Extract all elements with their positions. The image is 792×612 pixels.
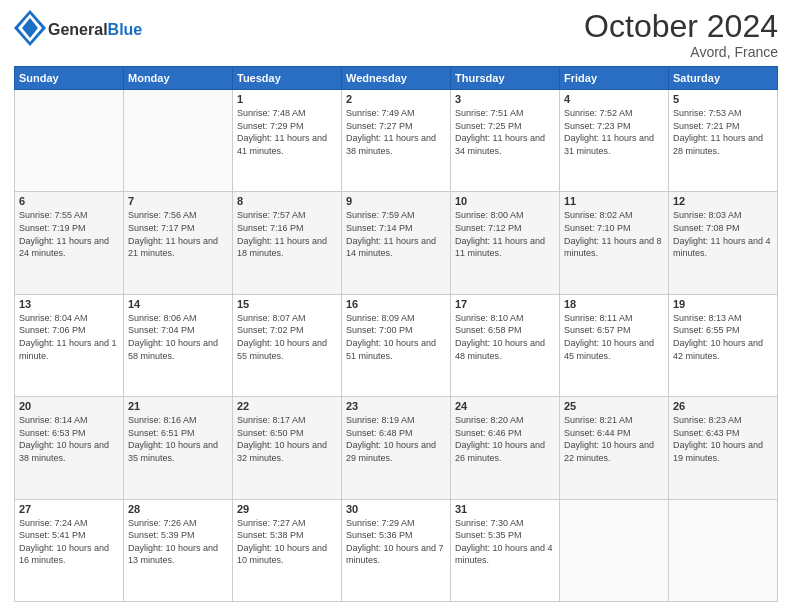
sunset-text: Sunset: 7:04 PM (128, 324, 228, 337)
calendar-day-cell: 17Sunrise: 8:10 AMSunset: 6:58 PMDayligh… (451, 294, 560, 396)
calendar-day-cell: 31Sunrise: 7:30 AMSunset: 5:35 PMDayligh… (451, 499, 560, 601)
calendar-day-cell: 2Sunrise: 7:49 AMSunset: 7:27 PMDaylight… (342, 90, 451, 192)
location-subtitle: Avord, France (584, 44, 778, 60)
sunset-text: Sunset: 5:38 PM (237, 529, 337, 542)
calendar-day-cell: 7Sunrise: 7:56 AMSunset: 7:17 PMDaylight… (124, 192, 233, 294)
calendar-day-cell: 23Sunrise: 8:19 AMSunset: 6:48 PMDayligh… (342, 397, 451, 499)
sunrise-text: Sunrise: 7:27 AM (237, 517, 337, 530)
calendar-day-cell (124, 90, 233, 192)
sunrise-text: Sunrise: 8:19 AM (346, 414, 446, 427)
daylight-text: Daylight: 10 hours and 45 minutes. (564, 337, 664, 362)
day-info: Sunrise: 7:26 AMSunset: 5:39 PMDaylight:… (128, 517, 228, 567)
daylight-text: Daylight: 10 hours and 26 minutes. (455, 439, 555, 464)
day-number: 4 (564, 93, 664, 105)
day-info: Sunrise: 8:10 AMSunset: 6:58 PMDaylight:… (455, 312, 555, 362)
day-number: 25 (564, 400, 664, 412)
day-info: Sunrise: 8:09 AMSunset: 7:00 PMDaylight:… (346, 312, 446, 362)
calendar-day-cell: 20Sunrise: 8:14 AMSunset: 6:53 PMDayligh… (15, 397, 124, 499)
daylight-text: Daylight: 10 hours and 35 minutes. (128, 439, 228, 464)
calendar-day-cell: 12Sunrise: 8:03 AMSunset: 7:08 PMDayligh… (669, 192, 778, 294)
day-number: 6 (19, 195, 119, 207)
calendar-day-cell: 3Sunrise: 7:51 AMSunset: 7:25 PMDaylight… (451, 90, 560, 192)
calendar-day-cell: 26Sunrise: 8:23 AMSunset: 6:43 PMDayligh… (669, 397, 778, 499)
sunrise-text: Sunrise: 8:16 AM (128, 414, 228, 427)
calendar-day-cell: 6Sunrise: 7:55 AMSunset: 7:19 PMDaylight… (15, 192, 124, 294)
day-info: Sunrise: 8:23 AMSunset: 6:43 PMDaylight:… (673, 414, 773, 464)
day-number: 30 (346, 503, 446, 515)
day-number: 31 (455, 503, 555, 515)
logo: GeneralBlue (14, 10, 142, 50)
sunset-text: Sunset: 7:14 PM (346, 222, 446, 235)
day-number: 24 (455, 400, 555, 412)
day-number: 28 (128, 503, 228, 515)
calendar-day-cell (669, 499, 778, 601)
sunset-text: Sunset: 7:02 PM (237, 324, 337, 337)
sunset-text: Sunset: 7:17 PM (128, 222, 228, 235)
sunset-text: Sunset: 7:08 PM (673, 222, 773, 235)
col-tuesday: Tuesday (233, 67, 342, 90)
sunrise-text: Sunrise: 8:06 AM (128, 312, 228, 325)
daylight-text: Daylight: 11 hours and 1 minute. (19, 337, 119, 362)
calendar-header-row: Sunday Monday Tuesday Wednesday Thursday… (15, 67, 778, 90)
page: GeneralBlue October 2024 Avord, France S… (0, 0, 792, 612)
sunrise-text: Sunrise: 8:23 AM (673, 414, 773, 427)
day-number: 27 (19, 503, 119, 515)
daylight-text: Daylight: 11 hours and 24 minutes. (19, 235, 119, 260)
daylight-text: Daylight: 10 hours and 29 minutes. (346, 439, 446, 464)
calendar-day-cell: 13Sunrise: 8:04 AMSunset: 7:06 PMDayligh… (15, 294, 124, 396)
calendar-week-row: 20Sunrise: 8:14 AMSunset: 6:53 PMDayligh… (15, 397, 778, 499)
calendar-day-cell: 22Sunrise: 8:17 AMSunset: 6:50 PMDayligh… (233, 397, 342, 499)
sunset-text: Sunset: 6:58 PM (455, 324, 555, 337)
daylight-text: Daylight: 11 hours and 8 minutes. (564, 235, 664, 260)
sunrise-text: Sunrise: 7:24 AM (19, 517, 119, 530)
title-area: October 2024 Avord, France (584, 10, 778, 60)
sunrise-text: Sunrise: 7:30 AM (455, 517, 555, 530)
day-info: Sunrise: 8:07 AMSunset: 7:02 PMDaylight:… (237, 312, 337, 362)
daylight-text: Daylight: 10 hours and 7 minutes. (346, 542, 446, 567)
sunrise-text: Sunrise: 8:14 AM (19, 414, 119, 427)
sunrise-text: Sunrise: 7:49 AM (346, 107, 446, 120)
day-info: Sunrise: 7:30 AMSunset: 5:35 PMDaylight:… (455, 517, 555, 567)
calendar-day-cell (560, 499, 669, 601)
sunrise-text: Sunrise: 8:02 AM (564, 209, 664, 222)
col-saturday: Saturday (669, 67, 778, 90)
calendar-day-cell: 18Sunrise: 8:11 AMSunset: 6:57 PMDayligh… (560, 294, 669, 396)
sunset-text: Sunset: 6:48 PM (346, 427, 446, 440)
day-info: Sunrise: 8:17 AMSunset: 6:50 PMDaylight:… (237, 414, 337, 464)
header: GeneralBlue October 2024 Avord, France (14, 10, 778, 60)
sunset-text: Sunset: 7:10 PM (564, 222, 664, 235)
logo-blue: Blue (108, 21, 143, 38)
daylight-text: Daylight: 11 hours and 34 minutes. (455, 132, 555, 157)
daylight-text: Daylight: 10 hours and 4 minutes. (455, 542, 555, 567)
sunrise-text: Sunrise: 8:11 AM (564, 312, 664, 325)
day-number: 23 (346, 400, 446, 412)
sunset-text: Sunset: 5:39 PM (128, 529, 228, 542)
calendar-day-cell: 16Sunrise: 8:09 AMSunset: 7:00 PMDayligh… (342, 294, 451, 396)
month-title: October 2024 (584, 10, 778, 42)
calendar-day-cell: 4Sunrise: 7:52 AMSunset: 7:23 PMDaylight… (560, 90, 669, 192)
sunset-text: Sunset: 7:06 PM (19, 324, 119, 337)
daylight-text: Daylight: 10 hours and 13 minutes. (128, 542, 228, 567)
day-number: 8 (237, 195, 337, 207)
daylight-text: Daylight: 11 hours and 21 minutes. (128, 235, 228, 260)
day-number: 13 (19, 298, 119, 310)
sunset-text: Sunset: 7:27 PM (346, 120, 446, 133)
day-number: 14 (128, 298, 228, 310)
calendar-day-cell: 24Sunrise: 8:20 AMSunset: 6:46 PMDayligh… (451, 397, 560, 499)
sunset-text: Sunset: 6:55 PM (673, 324, 773, 337)
calendar-day-cell: 10Sunrise: 8:00 AMSunset: 7:12 PMDayligh… (451, 192, 560, 294)
sunrise-text: Sunrise: 7:55 AM (19, 209, 119, 222)
daylight-text: Daylight: 11 hours and 11 minutes. (455, 235, 555, 260)
logo-general: General (48, 21, 108, 38)
day-info: Sunrise: 7:56 AMSunset: 7:17 PMDaylight:… (128, 209, 228, 259)
day-info: Sunrise: 7:57 AMSunset: 7:16 PMDaylight:… (237, 209, 337, 259)
logo-text: GeneralBlue (48, 21, 142, 39)
daylight-text: Daylight: 10 hours and 32 minutes. (237, 439, 337, 464)
day-number: 12 (673, 195, 773, 207)
daylight-text: Daylight: 10 hours and 38 minutes. (19, 439, 119, 464)
day-info: Sunrise: 8:03 AMSunset: 7:08 PMDaylight:… (673, 209, 773, 259)
day-info: Sunrise: 7:53 AMSunset: 7:21 PMDaylight:… (673, 107, 773, 157)
daylight-text: Daylight: 10 hours and 58 minutes. (128, 337, 228, 362)
day-number: 15 (237, 298, 337, 310)
sunrise-text: Sunrise: 7:59 AM (346, 209, 446, 222)
